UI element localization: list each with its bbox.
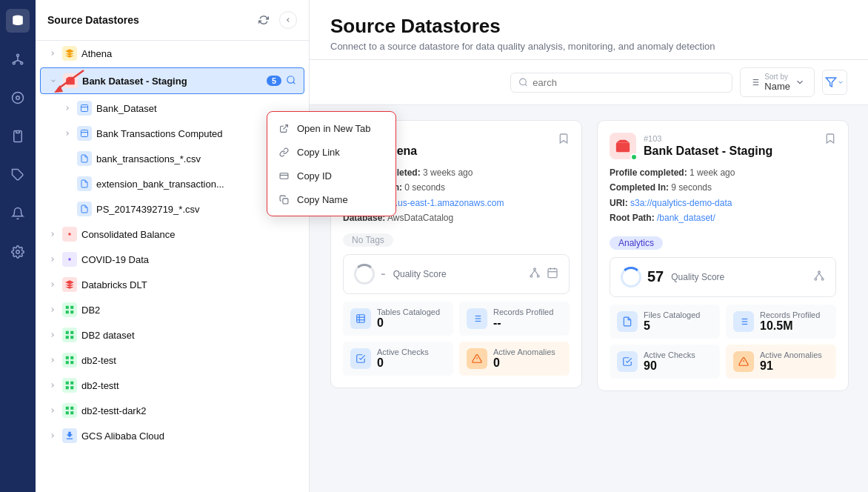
sidebar-item-consolidated[interactable]: Consolidated Balance	[36, 222, 309, 247]
context-copy-link-label: Copy Link	[297, 147, 340, 158]
chevron-right-icon-15	[47, 430, 58, 441]
sidebar-refresh-button[interactable]	[254, 10, 273, 30]
chevron-right-icon-11	[47, 330, 58, 340]
context-open-new-tab[interactable]: Open in New Tab	[267, 116, 395, 140]
db2-testt-dark2-label: db2-testt-dark2	[81, 405, 297, 416]
athena-quality-score: - Quality Score	[354, 264, 447, 285]
bank-uri-link[interactable]: s3a://qualytics-demo-data	[630, 198, 732, 208]
athena-calendar-icon[interactable]	[547, 267, 558, 281]
db2-test-label: db2-test	[81, 355, 297, 366]
nav-bell[interactable]	[6, 202, 30, 225]
svg-line-82	[815, 273, 819, 279]
consolidated-label: Consolidated Balance	[81, 229, 297, 240]
bank-stats-grid: Files Cataloged 5 Records Profiled 10.5M	[610, 305, 836, 379]
sort-label-group: Sort by Name	[764, 73, 790, 92]
sort-button[interactable]: Sort by Name	[740, 67, 815, 97]
bank-records-icon	[733, 311, 754, 332]
sidebar-item-db2-testt-dark2[interactable]: db2-testt-dark2	[36, 398, 309, 423]
athena-checks-icon	[350, 348, 371, 369]
external-link-icon	[278, 122, 290, 134]
bank-records-value: 10.5M	[760, 319, 820, 333]
athena-db-value: AwsDataCatalog	[387, 213, 453, 223]
bank-profile-value: 1 week ago	[690, 167, 735, 178]
context-copy-name[interactable]: Copy Name	[267, 187, 395, 211]
search-input[interactable]	[533, 77, 724, 88]
sidebar-collapse-button[interactable]	[279, 11, 297, 29]
nav-compass[interactable]	[6, 86, 30, 110]
athena-profile-value: 3 weeks ago	[423, 167, 473, 178]
sidebar-item-gcs-alibaba[interactable]: GCS Alibaba Cloud	[36, 423, 309, 448]
db2-dataset-label: DB2 dataset	[81, 330, 297, 341]
svg-rect-37	[70, 382, 73, 385]
svg-point-21	[68, 233, 71, 236]
athena-tables-icon	[350, 308, 371, 329]
bank-anomalies-icon	[733, 351, 754, 372]
sidebar-item-db2-dataset[interactable]: DB2 dataset	[36, 322, 309, 348]
svg-line-60	[531, 270, 535, 276]
bank-files-value: 5	[644, 319, 700, 333]
athena-quality-circle	[354, 264, 375, 285]
sidebar-item-databricks[interactable]: Databricks DLT	[36, 272, 309, 297]
chevron-right-icon-10	[47, 305, 58, 315]
sidebar-item-athena[interactable]: Athena	[36, 41, 309, 66]
svg-rect-43	[66, 411, 69, 414]
svg-rect-66	[357, 314, 365, 322]
svg-rect-25	[70, 306, 73, 309]
db2-testt-icon	[62, 378, 77, 393]
bank-uri-label: URI:	[610, 198, 628, 208]
filter-chevron-down-icon	[837, 79, 844, 86]
page-subtitle: Connect to a source datastore for data q…	[330, 41, 847, 52]
main-header: Source Datastores Connect to a source da…	[310, 0, 868, 60]
bank-staging-search-button[interactable]	[286, 75, 296, 87]
sidebar-item-db2-testt[interactable]: db2-testt	[36, 373, 309, 398]
bank-dataset-icon	[77, 101, 92, 116]
context-copy-link[interactable]: Copy Link	[267, 140, 395, 164]
bank-active-checks: Active Checks 90	[610, 345, 720, 379]
svg-point-79	[818, 271, 821, 273]
athena-network-icon[interactable]	[529, 267, 541, 281]
bank-csv-icon	[77, 151, 92, 166]
bank-quality-label: Quality Score	[671, 272, 724, 282]
nav-settings[interactable]	[6, 240, 30, 264]
bank-active-anomalies: Active Anomalies 91	[726, 345, 836, 379]
nav-database[interactable]	[6, 9, 30, 33]
db2-testt-dark2-icon	[62, 403, 77, 418]
nav-clipboard[interactable]	[6, 124, 30, 148]
nav-network[interactable]	[6, 47, 30, 71]
athena-tables-info: Tables Cataloged 0	[377, 308, 440, 330]
svg-point-59	[537, 275, 539, 277]
chevron-right-icon-2	[62, 103, 73, 113]
bank-anomalies-info: Active Anomalies 91	[760, 350, 822, 373]
search-box[interactable]	[510, 73, 732, 93]
main-content: Source Datastores Connect to a source da…	[310, 0, 868, 492]
bank-network-icon[interactable]	[813, 270, 825, 284]
bank-records-profiled: Records Profiled 10.5M	[726, 305, 836, 339]
svg-point-3	[17, 54, 19, 56]
context-copy-id[interactable]: Copy ID	[267, 164, 395, 187]
sidebar-item-db2-test[interactable]: db2-test	[36, 348, 309, 373]
athena-anomalies-label: Active Anomalies	[493, 348, 555, 356]
bank-card-bookmark[interactable]	[824, 133, 836, 147]
bank-rootpath-label: Root Path:	[610, 213, 655, 223]
athena-records-info: Records Profiled --	[493, 308, 553, 330]
bank-completed-value: 9 seconds	[671, 182, 712, 193]
svg-rect-29	[70, 331, 73, 334]
filter-button[interactable]	[822, 70, 847, 95]
svg-rect-24	[66, 306, 69, 309]
athena-no-tags: No Tags	[343, 233, 393, 247]
athena-card-bookmark[interactable]	[558, 133, 570, 147]
sidebar-item-db2[interactable]: DB2	[36, 297, 309, 322]
athena-records-profiled: Records Profiled --	[459, 302, 570, 336]
sort-icon	[750, 77, 760, 87]
athena-stats-grid: Tables Cataloged 0 Records Profiled --	[343, 302, 570, 376]
svg-point-57	[534, 268, 536, 270]
svg-point-80	[815, 278, 817, 280]
bank-rootpath-link[interactable]: /bank_dataset/	[657, 213, 715, 223]
svg-rect-40	[66, 407, 69, 410]
svg-marker-56	[826, 78, 835, 87]
nav-tag[interactable]	[6, 163, 30, 187]
svg-rect-36	[66, 382, 69, 385]
databricks-icon	[62, 277, 77, 292]
sidebar-item-covid19[interactable]: COVID-19 Data	[36, 247, 309, 272]
bank-staging-label: Bank Dataset - Staging	[82, 76, 262, 87]
